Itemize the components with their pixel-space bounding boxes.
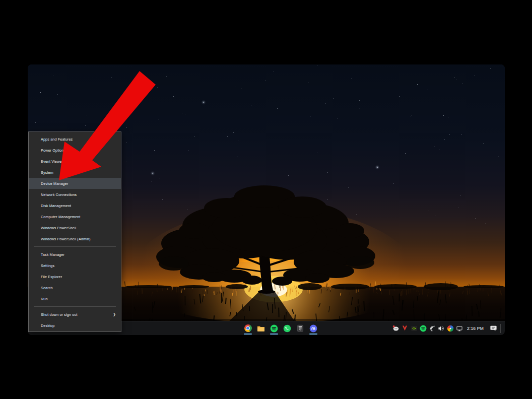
volume-icon	[438, 325, 445, 332]
menu-item-file-explorer[interactable]: File Explorer	[29, 271, 121, 282]
ethernet-network-icon	[456, 325, 463, 332]
taskbar-app-whatsapp[interactable]	[283, 321, 291, 335]
winx-menu: Apps and FeaturesPower OptionsEvent View…	[28, 131, 121, 332]
menu-item-label: Computer Management	[41, 215, 117, 219]
vanguard-tray-icon	[402, 325, 408, 331]
menu-item-label: Apps and Features	[41, 137, 117, 142]
submenu-chevron-icon: ❯	[113, 312, 116, 316]
menu-item-task-manager[interactable]: Task Manager	[29, 249, 121, 260]
spotify-icon	[270, 324, 278, 332]
taskbar-app-icons	[244, 321, 317, 335]
menu-item-windows-powershell[interactable]: Windows PowerShell	[29, 222, 121, 233]
satellite-dish-tray-icon	[429, 325, 436, 332]
spotify-tray-icon	[420, 325, 427, 332]
taskbar-app-spotify[interactable]	[270, 321, 278, 335]
menu-item-label: Disk Management	[41, 204, 117, 208]
menu-item-network-connections[interactable]: Network Connections	[29, 189, 121, 200]
menu-separator	[34, 306, 116, 307]
menu-item-disk-management[interactable]: Disk Management	[29, 200, 121, 211]
taskbar-app-file-explorer[interactable]	[257, 321, 265, 335]
menu-item-windows-powershell-admin[interactable]: Windows PowerShell (Admin)	[29, 233, 121, 244]
menu-item-device-manager[interactable]: Device Manager	[29, 178, 121, 189]
taskbar-app-chrome[interactable]	[244, 321, 252, 335]
taskbar-clock[interactable]: 2:16 PM	[467, 326, 484, 331]
tray-icon-colorful-ball[interactable]	[447, 323, 454, 334]
menu-item-run[interactable]: Run	[29, 293, 121, 304]
tray-icon-discord[interactable]	[392, 323, 400, 334]
menu-item-search[interactable]: Search	[29, 282, 121, 293]
taskbar-app-discord[interactable]	[309, 321, 317, 335]
menu-item-apps-and-features[interactable]: Apps and Features	[29, 134, 121, 145]
tray-icon-vanguard[interactable]	[402, 323, 409, 334]
menu-item-label: Windows PowerShell (Admin)	[41, 237, 117, 241]
menu-item-power-options[interactable]: Power Options	[29, 145, 121, 156]
desktop: 2:16 PM Apps and FeaturesPower OptionsEv…	[28, 64, 505, 335]
menu-item-label: Event Viewer	[41, 159, 117, 164]
menu-item-shut-down-or-sign-out[interactable]: Shut down or sign out❯	[29, 309, 121, 320]
epic-games-icon	[296, 324, 304, 332]
menu-item-label: Task Manager	[41, 252, 117, 257]
tray-icon-satellite[interactable]	[429, 323, 436, 334]
action-center-button[interactable]	[489, 323, 498, 334]
tray-icon-spotify[interactable]	[420, 323, 427, 334]
menu-item-label: File Explorer	[41, 275, 117, 279]
action-center-icon	[490, 324, 497, 332]
menu-item-system[interactable]: System	[29, 167, 121, 178]
menu-item-label: Power Options	[41, 148, 117, 153]
menu-item-label: Search	[41, 286, 117, 290]
menu-item-label: Settings	[41, 263, 117, 268]
menu-item-label: Network Connections	[41, 192, 117, 197]
taskbar-app-epic-games[interactable]	[296, 321, 304, 335]
discord-icon	[309, 324, 317, 332]
menu-item-event-viewer[interactable]: Event Viewer	[29, 156, 121, 167]
show-desktop-button[interactable]	[501, 321, 505, 335]
menu-item-label: System	[41, 170, 117, 175]
menu-item-label: Desktop	[41, 323, 117, 328]
file-explorer-icon	[257, 324, 265, 332]
system-tray: 2:16 PM	[392, 321, 505, 335]
tray-icons	[392, 323, 463, 334]
menu-item-label: Shut down or sign out	[41, 312, 113, 317]
tray-icon-nvidia[interactable]	[411, 323, 418, 334]
tray-icon-ethernet[interactable]	[456, 323, 463, 334]
nvidia-settings-tray-icon	[411, 325, 418, 332]
colorful-ball-tray-icon	[447, 325, 454, 332]
running-indicator	[244, 334, 252, 335]
menu-item-label: Windows PowerShell	[41, 226, 117, 230]
menu-item-computer-management[interactable]: Computer Management	[29, 211, 121, 222]
whatsapp-icon	[283, 324, 291, 332]
menu-item-label: Device Manager	[41, 181, 117, 186]
running-indicator	[270, 334, 278, 335]
discord-tray-icon	[392, 325, 400, 332]
menu-item-label: Run	[41, 297, 117, 301]
menu-separator	[34, 246, 116, 247]
menu-item-desktop[interactable]: Desktop	[29, 320, 121, 331]
tray-icon-volume[interactable]	[438, 323, 445, 334]
winx-menu-items: Apps and FeaturesPower OptionsEvent View…	[29, 134, 121, 331]
chrome-icon	[244, 324, 252, 332]
running-indicator	[309, 334, 317, 335]
screenshot-stage: 2:16 PM Apps and FeaturesPower OptionsEv…	[0, 0, 532, 399]
menu-item-settings[interactable]: Settings	[29, 260, 121, 271]
